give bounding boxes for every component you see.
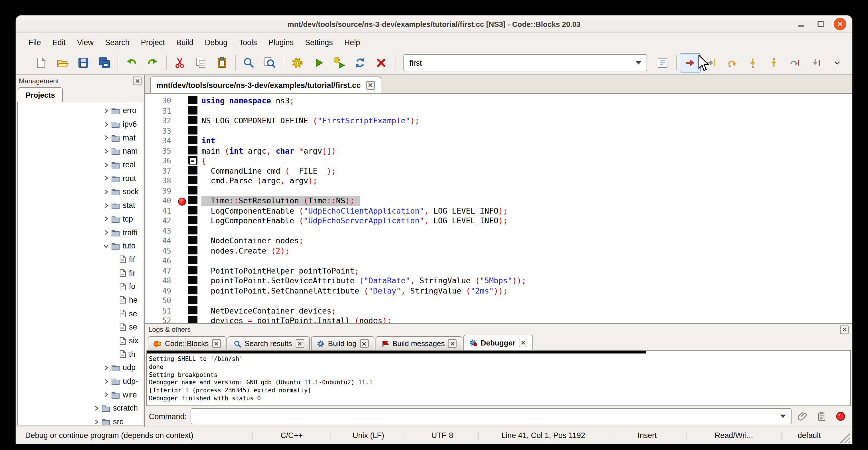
find-button[interactable]: [239, 53, 260, 72]
tree-item-fir[interactable]: fir: [18, 266, 143, 280]
chevron-right-icon[interactable]: [103, 216, 111, 222]
step-into-button[interactable]: [742, 53, 764, 72]
step-out-button[interactable]: [764, 53, 785, 72]
menu-item-search[interactable]: Search: [99, 34, 135, 50]
open-file-button[interactable]: [52, 53, 73, 72]
breakpoint-margin[interactable]: [176, 156, 188, 166]
tree-item-scratch[interactable]: scratch: [18, 401, 143, 415]
menu-item-plugins[interactable]: Plugins: [262, 34, 299, 50]
command-history-dropdown-icon[interactable]: [780, 415, 786, 418]
breakpoint-margin[interactable]: [176, 196, 188, 206]
build-button[interactable]: [287, 53, 308, 72]
tree-item-erro[interactable]: erro: [18, 104, 143, 117]
tree-item-ipv6[interactable]: ipv6: [18, 117, 143, 131]
paste-button[interactable]: [211, 53, 232, 72]
tree-item-wire[interactable]: wire: [18, 388, 143, 401]
chevron-right-icon[interactable]: [94, 406, 101, 411]
chevron-down-icon[interactable]: [103, 243, 111, 249]
tree-item-sock[interactable]: sock: [18, 185, 143, 199]
debugger-log[interactable]: Setting SHELL to '/bin/sh'doneSetting br…: [146, 350, 851, 406]
cut-button[interactable]: [169, 53, 190, 72]
breakpoint-margin[interactable]: [176, 216, 188, 226]
log-tab-code-blocks[interactable]: Code::Blocks: [148, 336, 226, 350]
management-close-button[interactable]: [133, 77, 142, 85]
command-input[interactable]: [196, 410, 776, 423]
breakpoint-margin[interactable]: [176, 206, 188, 216]
tab-projects[interactable]: Projects: [18, 87, 63, 102]
breakpoint-margin[interactable]: [176, 146, 188, 156]
abort-build-button[interactable]: [371, 53, 392, 72]
chevron-right-icon[interactable]: [103, 162, 111, 168]
menu-item-project[interactable]: Project: [135, 34, 170, 50]
project-tree[interactable]: erroipv6matnamrealroutsockstattcptraffit…: [17, 102, 143, 425]
tree-item-six[interactable]: six: [18, 334, 143, 347]
tree-item-traffi[interactable]: traffi: [18, 226, 143, 239]
breakpoint-margin[interactable]: [176, 316, 188, 323]
step-into-instruction-button[interactable]: [806, 53, 827, 72]
breakpoint-margin[interactable]: [176, 116, 188, 126]
chevron-right-icon[interactable]: [103, 121, 111, 127]
breakpoint-margin[interactable]: [176, 296, 188, 306]
find-in-files-button[interactable]: [260, 53, 281, 72]
title-bar[interactable]: mnt/dev/tools/source/ns-3-dev/examples/t…: [16, 16, 852, 33]
tree-item-nam[interactable]: nam: [18, 145, 143, 158]
tree-item-tuto[interactable]: tuto: [18, 239, 143, 253]
log-tab-debugger[interactable]: Debugger: [464, 335, 533, 350]
log-tab-build-messages[interactable]: Build messages: [375, 336, 463, 350]
copy-button[interactable]: [190, 53, 211, 72]
menu-item-file[interactable]: File: [23, 34, 47, 50]
log-tab-close-button[interactable]: [212, 339, 221, 348]
logs-close-button[interactable]: [840, 325, 848, 334]
menu-item-settings[interactable]: Settings: [299, 34, 339, 50]
menu-item-help[interactable]: Help: [339, 34, 366, 50]
chevron-right-icon[interactable]: [103, 378, 111, 384]
log-tab-build-log[interactable]: Build log: [311, 336, 374, 350]
log-tab-close-button[interactable]: [360, 339, 368, 348]
attach-button[interactable]: [796, 409, 810, 424]
tree-item-real[interactable]: real: [18, 158, 143, 172]
show-build-targets-button[interactable]: [652, 53, 673, 72]
breakpoint-margin[interactable]: [176, 286, 188, 296]
tree-item-fo[interactable]: fo: [18, 280, 143, 293]
breakpoint-margin[interactable]: [176, 306, 188, 316]
chevron-right-icon[interactable]: [103, 148, 111, 154]
close-button[interactable]: [834, 18, 846, 30]
menu-item-view[interactable]: View: [71, 34, 99, 50]
log-tab-close-button[interactable]: [448, 339, 457, 348]
chevron-right-icon[interactable]: [103, 203, 111, 208]
chevron-right-icon[interactable]: [103, 189, 111, 195]
undo-button[interactable]: [121, 53, 142, 72]
run-button[interactable]: [308, 53, 329, 72]
rebuild-button[interactable]: [350, 53, 371, 72]
next-line-button[interactable]: [722, 53, 743, 72]
breakpoint-margin[interactable]: [176, 176, 188, 186]
fold-collapse-icon[interactable]: [189, 158, 197, 165]
code-editor[interactable]: 30using namespace ns3;3132NS_LOG_COMPONE…: [145, 94, 852, 323]
next-instruction-button[interactable]: [784, 53, 806, 72]
run-to-cursor-button[interactable]: [701, 53, 722, 72]
minimize-button[interactable]: [795, 18, 807, 30]
tree-item-tcp[interactable]: tcp: [18, 212, 143, 226]
chevron-right-icon[interactable]: [103, 230, 111, 235]
resize-grip[interactable]: [838, 430, 850, 443]
maximize-button[interactable]: [814, 18, 827, 30]
log-tab-search-results[interactable]: Search results: [227, 336, 310, 350]
tree-item-mat[interactable]: mat: [18, 131, 143, 145]
editor-tab-close-button[interactable]: [366, 81, 375, 90]
breakpoint-margin[interactable]: [176, 256, 188, 266]
breakpoint-margin[interactable]: [176, 106, 188, 116]
save-file-button[interactable]: [73, 53, 94, 72]
breakpoint-margin[interactable]: [176, 136, 188, 146]
breakpoint-margin[interactable]: [176, 226, 188, 236]
breakpoint-margin[interactable]: [176, 246, 188, 256]
chevron-right-icon[interactable]: [94, 419, 101, 425]
breakpoint-margin[interactable]: [176, 266, 188, 276]
breakpoint-icon[interactable]: [178, 197, 186, 205]
tree-item-src[interactable]: src: [18, 415, 143, 425]
save-all-button[interactable]: [94, 53, 115, 72]
copy-log-button[interactable]: [814, 409, 829, 424]
tree-item-he[interactable]: he: [18, 293, 143, 307]
toolbar-overflow-button[interactable]: [826, 53, 847, 72]
tree-item-th[interactable]: th: [18, 348, 143, 361]
new-file-button[interactable]: [31, 53, 52, 72]
